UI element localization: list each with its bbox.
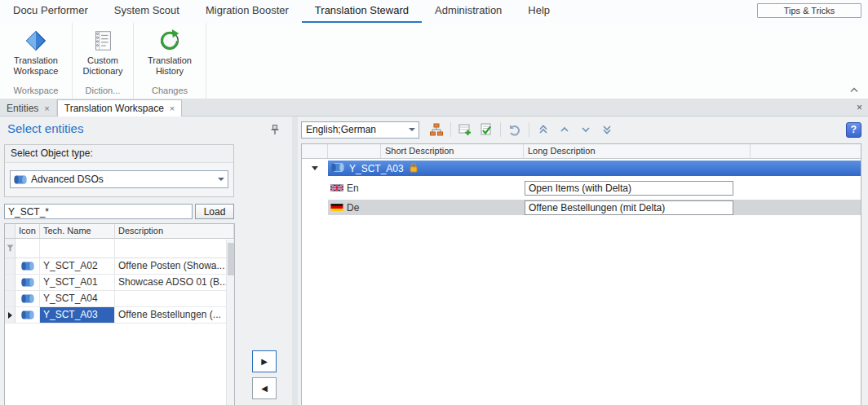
move-top-button[interactable] xyxy=(534,121,553,139)
close-icon[interactable] xyxy=(170,103,175,113)
move-down-button[interactable] xyxy=(576,121,596,139)
chevron-down-icon[interactable] xyxy=(214,171,228,187)
lock-icon xyxy=(409,162,418,175)
close-icon[interactable] xyxy=(857,102,862,113)
hierarchy-button[interactable] xyxy=(427,121,446,139)
short-description-cell[interactable] xyxy=(381,200,524,215)
long-description-editor[interactable]: Offene Bestellungen (mit Delta) xyxy=(525,200,733,215)
long-description-editor[interactable]: Open Items (with Delta) xyxy=(525,181,733,196)
tips-tricks-button[interactable]: Tips & Tricks xyxy=(757,3,861,18)
translation-workspace-button[interactable]: Translation Workspace xyxy=(7,25,65,85)
filter-cell[interactable] xyxy=(16,239,40,258)
description-cell: Showcase ADSO 01 (B... xyxy=(115,275,234,290)
ribbon-button-label: Custom Dictionary xyxy=(79,55,126,77)
add-entity-button[interactable]: ▶ xyxy=(252,350,277,372)
move-up-icon xyxy=(560,125,569,134)
adso-icon xyxy=(14,175,27,184)
ribbon-group-label-workspace: Workspace xyxy=(7,85,65,99)
language-code: En xyxy=(347,183,359,194)
grid-header-language[interactable] xyxy=(328,144,381,158)
chevron-down-icon[interactable] xyxy=(405,122,418,138)
add-entry-button[interactable] xyxy=(455,121,475,139)
menu-item-docu-performer[interactable]: Docu Performer xyxy=(0,0,101,23)
filter-cell[interactable] xyxy=(115,239,234,258)
help-button[interactable]: ? xyxy=(846,122,861,138)
tech-name-cell: Y_SCT_A03 xyxy=(40,307,115,323)
move-bottom-icon xyxy=(602,125,612,134)
undo-button[interactable] xyxy=(505,121,525,139)
language-code: De xyxy=(347,202,359,214)
confirm-button[interactable] xyxy=(476,121,496,139)
filter-row xyxy=(5,239,234,258)
short-description-cell[interactable] xyxy=(381,180,524,196)
language-row-en[interactable]: En Open Items (with Delta) xyxy=(302,180,861,196)
de-flag-icon xyxy=(330,202,343,214)
custom-dictionary-button[interactable]: Custom Dictionary xyxy=(79,25,126,85)
tab-label: Translation Workspace xyxy=(64,103,164,114)
menu-item-administration[interactable]: Administration xyxy=(422,0,515,23)
translation-grid: Short Description Long Description Y_SCT… xyxy=(301,143,861,405)
ribbon-group-workspace: Translation Workspace Workspace xyxy=(0,23,73,99)
expand-collapse-icon[interactable] xyxy=(312,166,318,170)
ribbon-group-label-changes: Changes xyxy=(140,85,199,99)
translation-toolbar: English;German xyxy=(301,121,861,139)
tab-label: Entities xyxy=(7,103,38,114)
language-pair-dropdown[interactable]: English;German xyxy=(301,121,419,139)
main-content: Select entities Select Object type: Adva… xyxy=(0,117,868,405)
remove-entity-button[interactable]: ◀ xyxy=(252,377,277,399)
load-button[interactable]: Load xyxy=(195,204,234,219)
adso-icon xyxy=(16,307,40,323)
object-type-dropdown[interactable]: Advanced DSOs xyxy=(10,170,228,188)
table-row[interactable]: Y_SCT_A02 Offene Posten (Showa... xyxy=(5,258,234,275)
language-row-de[interactable]: De Offene Bestellungen (mit Delta) xyxy=(302,200,861,215)
table-row[interactable]: Y_SCT_A04 xyxy=(5,291,234,307)
scrollbar-thumb[interactable] xyxy=(228,243,234,275)
adso-icon xyxy=(16,275,40,290)
adso-icon xyxy=(16,258,40,274)
table-row-selected[interactable]: Y_SCT_A03 Offene Bestellungen (... xyxy=(5,307,234,324)
ribbon-group-changes: Translation History Changes xyxy=(134,23,206,99)
column-header-long-description[interactable]: Long Description xyxy=(524,144,751,158)
menu-item-help[interactable]: Help xyxy=(515,0,563,23)
description-cell xyxy=(115,291,234,306)
move-top-icon xyxy=(538,125,548,134)
grid-header-indent xyxy=(302,144,328,158)
object-type-label: Select Object type: xyxy=(5,145,233,163)
translation-history-button[interactable]: Translation History xyxy=(140,25,199,85)
adso-icon xyxy=(331,163,344,174)
column-header-description[interactable]: Description xyxy=(115,224,234,239)
translation-workspace-panel: English;German xyxy=(298,117,868,405)
pin-icon[interactable] xyxy=(270,125,280,138)
ribbon-button-label: Translation Workspace xyxy=(7,55,65,77)
filter-cell[interactable] xyxy=(40,239,115,258)
row-indicator-header xyxy=(5,224,16,239)
menu-item-translation-steward[interactable]: Translation Steward xyxy=(302,0,422,23)
translation-workspace-icon xyxy=(23,28,49,54)
ribbon-group-label-dictionary: Diction... xyxy=(79,85,126,99)
move-up-button[interactable] xyxy=(555,121,574,139)
panel-title: Select entities xyxy=(7,121,83,135)
entity-group-row[interactable]: Y_SCT_A03 xyxy=(302,161,861,176)
column-header-short-description[interactable]: Short Description xyxy=(381,144,524,158)
move-down-icon xyxy=(581,125,591,134)
column-header-tech-name[interactable]: Tech. Name xyxy=(40,224,115,239)
tab-entities[interactable]: Entities xyxy=(0,99,57,117)
menu-item-system-scout[interactable]: System Scout xyxy=(101,0,193,23)
table-row[interactable]: Y_SCT_A01 Showcase ADSO 01 (B... xyxy=(5,275,234,291)
add-entry-icon xyxy=(458,123,472,136)
close-icon[interactable] xyxy=(44,103,49,113)
column-header-icon[interactable]: Icon xyxy=(16,224,40,239)
tech-name-filter-input[interactable] xyxy=(4,204,193,219)
move-bottom-button[interactable] xyxy=(597,121,617,139)
panel-splitter[interactable] xyxy=(292,117,298,405)
grid-header-filler xyxy=(751,144,861,158)
description-cell: Offene Posten (Showa... xyxy=(115,258,234,274)
ribbon-collapse-button[interactable] xyxy=(848,85,860,95)
tab-translation-workspace[interactable]: Translation Workspace xyxy=(57,99,183,117)
undo-icon xyxy=(508,123,521,136)
vertical-scrollbar[interactable] xyxy=(226,240,234,405)
object-type-value: Advanced DSOs xyxy=(27,174,214,185)
translation-history-icon xyxy=(157,28,183,54)
confirm-icon xyxy=(480,123,493,136)
menu-item-migration-booster[interactable]: Migration Booster xyxy=(193,0,302,23)
